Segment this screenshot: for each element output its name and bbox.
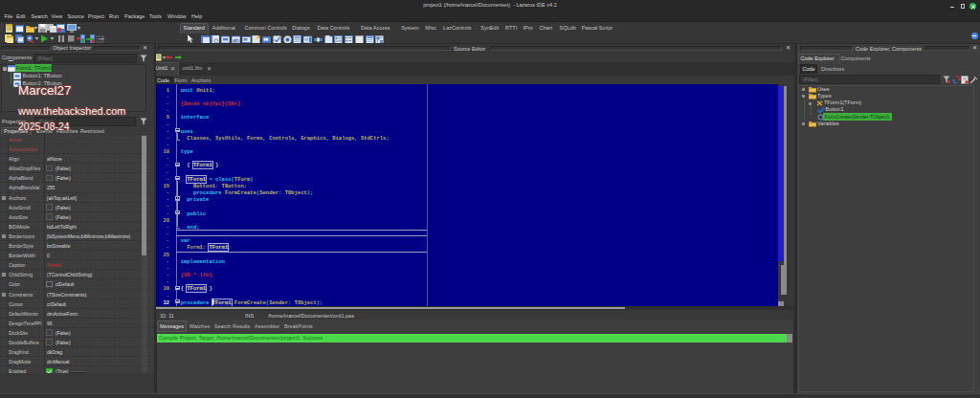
svg-text:ab: ab bbox=[233, 36, 239, 42]
